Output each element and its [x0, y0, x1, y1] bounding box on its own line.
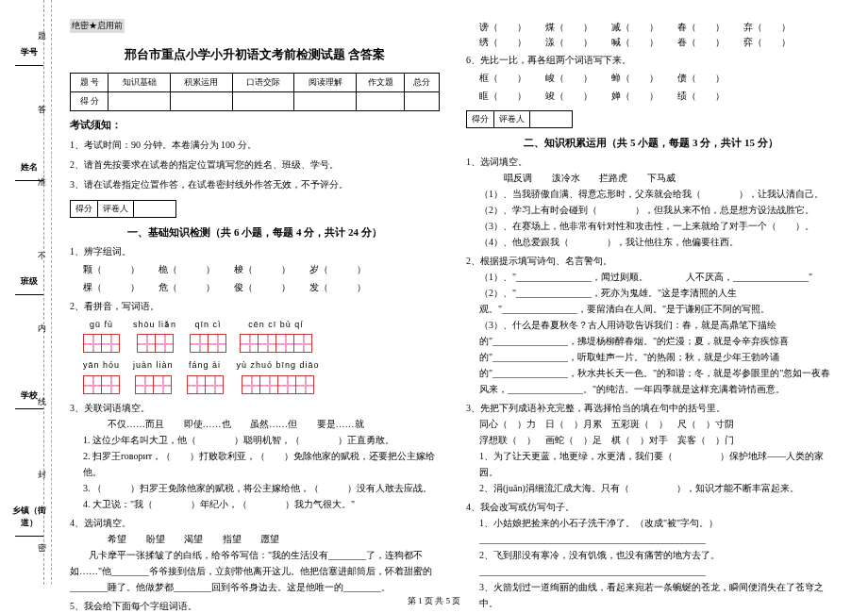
- left-column: 绝密★启用前 邢台市重点小学小升初语文考前检测试题 含答案 题 号 知识基础 积…: [57, 19, 453, 585]
- notice-list: 1、考试时间：90 分钟。本卷满分为 100 分。 2、请首先按要求在试卷的指定…: [70, 137, 440, 192]
- page-body: 绝密★启用前 邢台市重点小学小升初语文考前检测试题 含答案 题 号 知识基础 积…: [0, 0, 868, 585]
- score-table: 题 号 知识基础 积累运用 口语交际 阅读理解 作文题 总分 得 分: [70, 73, 440, 111]
- tianzi-row-1: gū fù shōu liǎn qīn cì cēn cī bù qí: [83, 318, 440, 353]
- q6: 6、先比一比，再各组两个词语写下来。 框（ ） 峻（ ） 蝉（ ） 债（ ） 眶…: [466, 52, 836, 104]
- exam-title: 邢台市重点小学小升初语文考前检测试题 含答案: [70, 46, 440, 63]
- q2: 2、看拼音，写词语。 gū fù shōu liǎn qīn cì cēn cī…: [70, 298, 440, 394]
- p2q3: 3、先把下列成语补充完整，再选择恰当的填在句中的括号里。 同心（ ）力 日（ ）…: [466, 400, 836, 496]
- q3: 3、关联词语填空。 不仅……而且 即使……也 虽然……但 要是……就 1. 这位…: [70, 400, 440, 512]
- field-label: 学号: [21, 47, 38, 57]
- field-label: 姓名: [21, 162, 38, 172]
- spine-warning-chars: 题 答 准 不 内 线 封 密: [38, 0, 46, 585]
- p2q1: 1、选词填空。 唱反调 泼冷水 拦路虎 下马威 （1）、当我骄傲自满、得意忘形时…: [466, 154, 836, 250]
- part1-title: 一、基础知识检测（共 6 小题，每题 4 分，共计 24 分）: [70, 225, 440, 240]
- classification-tag: 绝密★启用前: [70, 19, 125, 33]
- field-label: 班级: [21, 276, 38, 286]
- q4: 4、选词填空。 希望 盼望 渴望 指望 愿望 凡卡摩平一张揉皱了的白纸，给爷爷写…: [70, 515, 440, 595]
- field-label: 学校: [21, 390, 38, 400]
- score-mini-box-2: 得分 评卷人: [466, 110, 573, 128]
- page-footer: 第 1 页 共 5 页: [0, 595, 868, 607]
- table-row: 题 号 知识基础 积累运用 口语交际 阅读理解 作文题 总分: [71, 74, 440, 92]
- q1: 1、辨字组词。 颗（ ） 桅（ ） 梭（ ） 岁（ ） 棵（ ） 危（ ） 俊（…: [70, 243, 440, 295]
- tianzi-row-2: yān hóu juàn liàn fáng ài yù zhuó bīng d…: [83, 358, 440, 393]
- part2-title: 二、知识积累运用（共 5 小题，每题 3 分，共计 15 分）: [466, 136, 836, 150]
- p2q2: 2、根据提示填写诗句、名言警句。 （1）、"________________，闻…: [466, 253, 836, 397]
- binding-margin: 学号 姓名 班级 学校 乡镇（街道） 题 答 准 不 内 线 封 密: [0, 0, 52, 585]
- q5-continued: 谤（ ） 煤（ ） 减（ ） 春（ ） 弃（ ）: [466, 21, 836, 34]
- table-row: 得 分: [71, 92, 440, 111]
- notice-heading: 考试须知：: [70, 119, 440, 132]
- right-column: 谤（ ） 煤（ ） 减（ ） 春（ ） 弃（ ） 绣（ ） 漾（ ） 喊（ ） …: [453, 19, 849, 585]
- score-mini-box: 得分 评卷人: [70, 200, 176, 218]
